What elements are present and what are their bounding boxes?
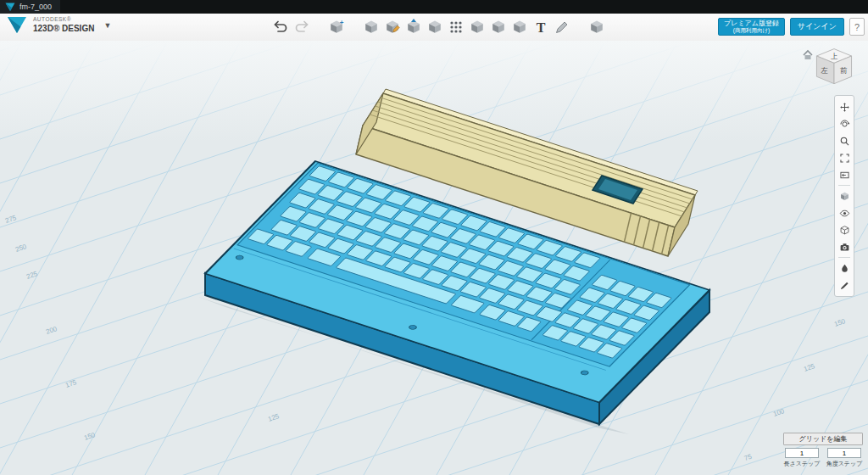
help-button[interactable]: ? [849, 18, 865, 36]
app-logo-icon [7, 16, 27, 34]
material-icon[interactable] [837, 260, 852, 276]
fit-view-icon[interactable] [837, 150, 852, 165]
undo-icon[interactable] [270, 17, 291, 37]
tool-icon-row: +T [270, 17, 607, 37]
combine-icon[interactable] [487, 17, 509, 37]
toolbar-separator [838, 185, 850, 186]
account-area: プレミアム版登録 (商用利用向け) サインイン ? [718, 18, 865, 36]
extrude-icon[interactable] [403, 17, 424, 37]
tweak-icon[interactable] [551, 17, 572, 37]
sketch-icon[interactable] [381, 17, 403, 37]
edit-grid-label: グリッドを編集 [799, 434, 848, 444]
main-toolbar: AUTODESK® 123D® DESIGN ▼ +T プレミアム版登録 (商用… [0, 14, 868, 42]
primitive-cube-icon[interactable] [360, 17, 381, 37]
angle-step-label: 角度ステップ [826, 460, 863, 468]
view-cube-left-label: 左 [821, 66, 828, 75]
svg-text:+: + [339, 19, 343, 26]
sign-in-button[interactable]: サインイン [790, 18, 844, 36]
transform-icon[interactable]: + [326, 17, 347, 37]
previous-view-icon[interactable] [837, 167, 852, 182]
view-cube-top-label: 上 [831, 52, 838, 60]
text-icon[interactable]: T [530, 17, 551, 37]
chevron-down-icon[interactable]: ▼ [103, 21, 111, 30]
length-step-label: 長さステップ [784, 460, 821, 468]
view-cube[interactable]: 上 左 前 [810, 44, 858, 92]
orbit-icon[interactable] [837, 116, 852, 131]
view-cube-front-label: 前 [840, 66, 848, 75]
zoom-icon[interactable] [837, 133, 852, 148]
toolbar-separator [312, 17, 326, 37]
help-label: ? [854, 22, 860, 32]
sign-in-label: サインイン [798, 21, 837, 32]
snap-icon[interactable] [586, 17, 607, 37]
app-logo-icon [5, 3, 15, 12]
screenshot-icon[interactable] [837, 239, 852, 254]
viewport[interactable]: 27525022520017515012515012510075 上 左 前 グ… [0, 41, 868, 475]
edit-grid-button[interactable]: グリッドを編集 [783, 433, 863, 445]
model-fm7-keyboard[interactable] [0, 41, 868, 475]
group-icon[interactable] [466, 17, 487, 37]
toolbar-separator [572, 17, 586, 37]
svg-text:T: T [536, 20, 545, 35]
premium-register-label: プレミアム版登録 [724, 20, 779, 27]
navigation-toolbar [834, 95, 854, 297]
pan-icon[interactable] [837, 99, 852, 115]
brand-text: AUTODESK® 123D® DESIGN [33, 17, 94, 33]
shell-icon[interactable] [509, 17, 530, 37]
toolbar-separator [347, 17, 360, 37]
shaded-view-icon[interactable] [837, 188, 852, 204]
document-tab[interactable]: fm-7_000 [0, 0, 60, 14]
brand-autodesk: AUTODESK® [33, 17, 94, 23]
length-step-input[interactable] [785, 448, 819, 458]
title-bar: fm-7_000 [0, 0, 868, 14]
premium-register-button[interactable]: プレミアム版登録 (商用利用向け) [718, 18, 785, 36]
app-menu[interactable]: AUTODESK® 123D® DESIGN ▼ [7, 16, 111, 34]
wireframe-icon[interactable] [837, 222, 852, 238]
pattern-icon[interactable] [445, 17, 466, 37]
brand-product: 123D® DESIGN [33, 25, 94, 33]
angle-step-input[interactable] [827, 448, 861, 458]
visibility-icon[interactable] [837, 205, 852, 221]
document-tab-title: fm-7_000 [19, 3, 52, 11]
paint-icon[interactable] [837, 277, 852, 293]
premium-register-sublabel: (商用利用向け) [733, 28, 770, 34]
redo-icon[interactable] [291, 17, 312, 37]
construct-icon[interactable] [424, 17, 445, 37]
grid-settings-panel: グリッドを編集 長さステップ 角度ステップ [783, 433, 863, 468]
toolbar-separator [838, 257, 850, 258]
